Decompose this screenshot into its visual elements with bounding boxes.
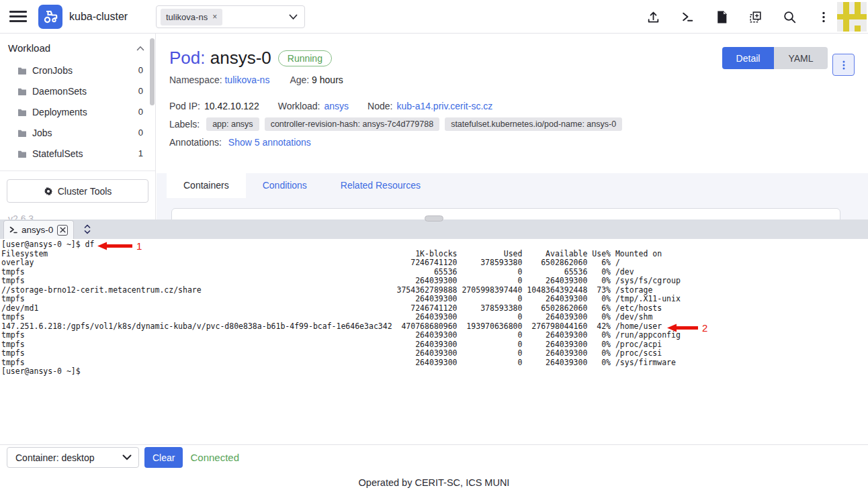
tabs: ContainersConditionsRelated Resources	[157, 173, 868, 198]
namespace-filter[interactable]: tulikova-ns ×	[156, 5, 305, 28]
page-title: Pod: ansys-0	[169, 48, 271, 68]
tractor-icon	[42, 9, 58, 25]
detail-button[interactable]: Detail	[722, 47, 774, 69]
sidebar-item-count: 0	[138, 128, 143, 138]
kubeconfig-file-icon[interactable]	[715, 10, 728, 24]
sidebar-item-count: 1	[138, 148, 143, 158]
chip-close-icon[interactable]: ×	[212, 12, 217, 21]
cluster-tools-label: Cluster Tools	[58, 186, 112, 197]
sidebar-item-count: 0	[138, 65, 143, 75]
tab-conditions[interactable]: Conditions	[246, 173, 324, 198]
sidebar-section-label: Workload	[8, 42, 50, 54]
chevron-up-icon[interactable]	[136, 46, 144, 51]
drawer-resize-handle[interactable]	[425, 215, 443, 222]
arrow-left-icon	[667, 324, 698, 332]
pod-label-badge: statefulset.kubernetes.io/pod-name: ansy…	[445, 117, 622, 131]
rancher-logo[interactable]	[38, 5, 62, 29]
annotations-label: Annotations:	[169, 137, 222, 148]
yaml-button[interactable]: YAML	[774, 47, 828, 69]
arrow-left-icon	[97, 242, 132, 250]
namespace-chip-label: tulikova-ns	[166, 12, 208, 22]
shell-drawer-header: ansys-0	[0, 219, 868, 239]
folder-icon	[17, 108, 27, 116]
unfold-icon[interactable]	[82, 224, 93, 235]
folder-icon	[17, 87, 27, 95]
chevron-down-icon	[122, 454, 132, 460]
user-avatar[interactable]	[837, 2, 867, 32]
terminal-text: [user@ansys-0 ~]$ df Filesystem 1K-block…	[0, 239, 868, 377]
pod-detail-main: Pod: ansys-0 Running Detail YAML Namespa…	[157, 34, 868, 219]
resource-kind[interactable]: Pod:	[169, 48, 206, 68]
workload-link[interactable]: ansys	[324, 101, 349, 111]
pod-name: ansys-0	[210, 48, 271, 68]
terminal-prompt-icon	[9, 226, 17, 234]
shell-controls-bar: Container: desktop Clear Connected	[0, 444, 868, 470]
chevron-down-icon[interactable]	[289, 14, 298, 20]
annotation-number: 1	[136, 240, 142, 252]
search-icon[interactable]	[783, 10, 797, 24]
sidebar-item-statefulsets[interactable]: StatefulSets 1	[0, 143, 155, 164]
tab-zone: ContainersConditionsRelated Resources	[157, 173, 868, 219]
gear-icon	[44, 187, 53, 196]
sidebar-item-count: 0	[138, 86, 143, 96]
workload: Workload: ansys	[278, 101, 349, 111]
namespace-row: Namespace: tulikova-ns	[169, 75, 269, 85]
sidebar-item-label: Jobs	[32, 128, 138, 138]
tab-related-resources[interactable]: Related Resources	[324, 173, 437, 198]
kubectl-shell-icon[interactable]	[681, 10, 695, 24]
folder-icon	[17, 129, 27, 137]
annotation-number: 2	[702, 322, 707, 334]
pod-ip: Pod IP:10.42.10.122	[169, 101, 259, 111]
annotation-arrow-2: 2	[667, 322, 707, 334]
labels-label: Labels:	[169, 119, 200, 130]
container-select-value: Container: desktop	[15, 452, 95, 463]
divider	[0, 170, 155, 171]
age-row: Age: 9 hours	[290, 75, 343, 85]
containers-table	[171, 208, 840, 219]
sidebar-item-jobs[interactable]: Jobs 0	[0, 122, 155, 143]
copy-kubeconfig-icon[interactable]	[748, 10, 763, 24]
kebab-menu-icon[interactable]	[817, 10, 830, 24]
show-annotations-link[interactable]: Show 5 annotations	[228, 137, 311, 148]
pod-label-badge: app: ansys	[206, 117, 259, 131]
shell-tab-close-button[interactable]	[57, 225, 68, 236]
namespace-link[interactable]: tulikova-ns	[224, 75, 269, 85]
status-badge: Running	[278, 50, 332, 66]
sidebar-items: CronJobs 0 DaemonSets 0 Deployments 0 Jo…	[0, 60, 155, 164]
cluster-name: kuba-cluster	[69, 11, 128, 23]
sidebar-section-workload[interactable]: Workload	[0, 34, 155, 60]
shell-drawer: ansys-0 [user@ansys-0 ~]$ df Filesystem …	[0, 219, 868, 444]
sidebar-item-label: DaemonSets	[32, 86, 138, 97]
shell-tab-title: ansys-0	[21, 225, 53, 235]
cluster-tools-button[interactable]: Cluster Tools	[7, 179, 148, 203]
hamburger-menu-icon[interactable]	[9, 11, 27, 23]
sidebar-item-label: Deployments	[32, 107, 138, 117]
folder-icon	[17, 150, 27, 158]
sidebar-item-count: 0	[138, 107, 143, 117]
import-yaml-icon[interactable]	[646, 10, 660, 24]
page-footer: Operated by CERIT-SC, ICS MUNI	[0, 470, 868, 490]
close-icon	[60, 227, 66, 233]
pod-actions-kebab-button[interactable]	[832, 54, 855, 76]
sidebar: Workload CronJobs 0 DaemonSets 0 Deploym…	[0, 34, 156, 219]
node-link[interactable]: kub-a14.priv.cerit-sc.cz	[396, 101, 492, 111]
label-badges: app: ansyscontroller-revision-hash: ansy…	[206, 117, 622, 131]
top-bar: kuba-cluster tulikova-ns ×	[0, 0, 868, 34]
sidebar-item-deployments[interactable]: Deployments 0	[0, 101, 155, 122]
sidebar-item-daemonsets[interactable]: DaemonSets 0	[0, 81, 155, 101]
container-select[interactable]: Container: desktop	[7, 447, 139, 468]
annotation-arrow-1: 1	[97, 240, 142, 252]
kebab-icon	[838, 60, 849, 70]
sidebar-item-label: CronJobs	[32, 65, 138, 76]
sidebar-item-cronjobs[interactable]: CronJobs 0	[0, 60, 155, 81]
tab-containers[interactable]: Containers	[167, 173, 246, 198]
node: Node: kub-a14.priv.cerit-sc.cz	[367, 101, 492, 111]
shell-tab-ansys-0[interactable]: ansys-0	[3, 220, 74, 239]
connection-status: Connected	[190, 452, 239, 463]
terminal-output[interactable]: [user@ansys-0 ~]$ df Filesystem 1K-block…	[0, 239, 868, 444]
clear-button[interactable]: Clear	[144, 447, 183, 468]
sidebar-item-label: StatefulSets	[32, 148, 138, 159]
sidebar-scrollbar[interactable]	[150, 38, 155, 105]
folder-icon	[17, 66, 27, 75]
namespace-chip[interactable]: tulikova-ns ×	[161, 9, 222, 26]
